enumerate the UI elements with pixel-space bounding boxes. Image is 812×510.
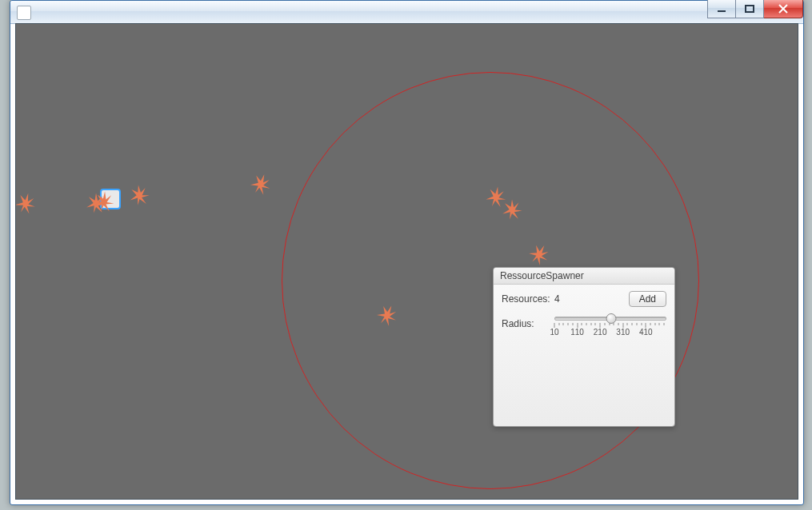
- selection-marker: [100, 189, 121, 209]
- app-window: RessourceSpawner Resources: 4 Add Radius…: [10, 0, 804, 505]
- slider-tick-label: 210: [594, 328, 607, 337]
- slider-tick-labels: 10110210310410: [554, 328, 666, 339]
- inspector-panel[interactable]: RessourceSpawner Resources: 4 Add Radius…: [493, 267, 675, 427]
- minimize-button[interactable]: [707, 0, 736, 18]
- resource-sprite[interactable]: [127, 183, 151, 207]
- resource-sprite[interactable]: [246, 169, 275, 198]
- slider-tick-label: 410: [639, 328, 653, 337]
- maximize-button[interactable]: [736, 0, 764, 18]
- window-controls: [707, 0, 803, 18]
- titlebar[interactable]: [10, 1, 803, 24]
- resource-sprite[interactable]: [15, 189, 39, 217]
- resources-row: Resources: 4 Add: [502, 291, 666, 307]
- panel-title[interactable]: RessourceSpawner: [494, 268, 674, 285]
- resources-label: Resources:: [502, 293, 554, 305]
- radius-label: Radius:: [502, 312, 554, 329]
- slider-tick-label: 10: [550, 328, 558, 337]
- slider-tick-label: 310: [616, 328, 630, 337]
- add-button[interactable]: Add: [629, 291, 666, 307]
- close-button[interactable]: [764, 0, 803, 18]
- radius-slider[interactable]: 10110210310410: [554, 312, 666, 339]
- panel-body: Resources: 4 Add Radius: 10110210310410: [494, 285, 674, 352]
- svg-rect-1: [746, 6, 754, 12]
- radius-row: Radius: 10110210310410: [502, 312, 666, 339]
- slider-track[interactable]: [554, 312, 666, 323]
- svg-rect-0: [718, 10, 726, 12]
- app-icon: [17, 6, 31, 20]
- viewport[interactable]: RessourceSpawner Resources: 4 Add Radius…: [15, 23, 798, 500]
- resources-value: 4: [554, 293, 629, 305]
- slider-tick-label: 110: [570, 328, 584, 337]
